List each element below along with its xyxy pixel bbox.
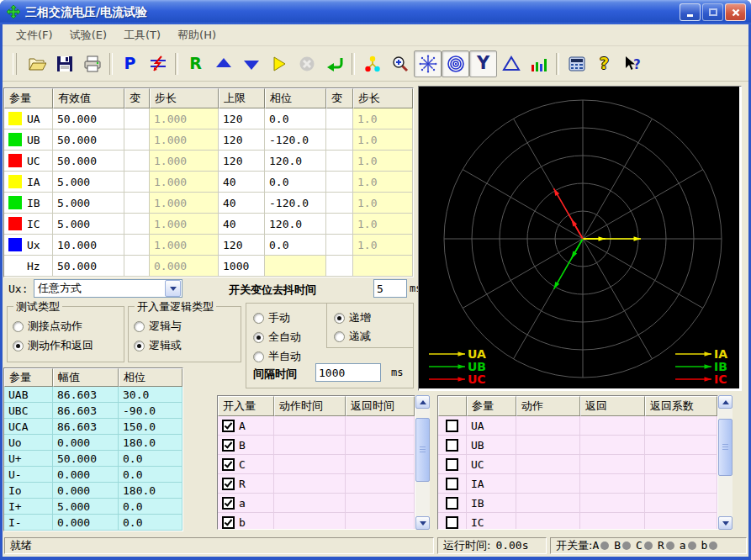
param-cell-rms[interactable]: 50.000 bbox=[53, 151, 124, 172]
param-cell-rms[interactable]: 5.000 bbox=[53, 172, 124, 193]
param-cell-step2[interactable]: 1.0 bbox=[353, 151, 413, 172]
direction-option[interactable]: 递减 bbox=[334, 329, 371, 344]
y-connect-button[interactable]: Y bbox=[469, 50, 497, 77]
param-cell-rms[interactable]: 10.000 bbox=[53, 235, 124, 256]
param-cell-step1[interactable]: 1.000 bbox=[150, 172, 219, 193]
param-cell-var2[interactable] bbox=[326, 108, 353, 129]
param-cell-step1[interactable]: 1.000 bbox=[150, 235, 219, 256]
vector-star-button[interactable] bbox=[414, 50, 442, 77]
short-circuit-button[interactable] bbox=[144, 50, 172, 77]
param-cell-phase[interactable]: 0.0 bbox=[265, 108, 326, 129]
checkbox-unchecked[interactable] bbox=[446, 516, 458, 529]
debounce-input[interactable] bbox=[373, 279, 407, 298]
save-button[interactable] bbox=[50, 50, 78, 77]
param-cell-rms[interactable]: 50.000 bbox=[53, 129, 124, 151]
menu-item[interactable]: 工具(T) bbox=[115, 25, 169, 45]
param-cell-rms[interactable]: 50.000 bbox=[53, 108, 124, 129]
input-table-scrollbar[interactable] bbox=[415, 395, 430, 530]
test-type-option[interactable]: 测动作和返回 bbox=[13, 338, 93, 353]
context-help-button[interactable]: ? bbox=[618, 50, 646, 77]
param-cell-limit[interactable]: 120 bbox=[219, 151, 265, 172]
checkbox-checked[interactable] bbox=[222, 516, 235, 529]
checkbox-unchecked[interactable] bbox=[446, 458, 458, 471]
concentric-button[interactable] bbox=[442, 50, 469, 77]
column-header[interactable] bbox=[438, 396, 467, 416]
column-header[interactable]: 参量 bbox=[4, 88, 53, 108]
param-cell-phase[interactable] bbox=[265, 256, 326, 277]
checkbox-unchecked[interactable] bbox=[446, 420, 458, 432]
column-header[interactable]: 参量 bbox=[467, 396, 516, 416]
column-header[interactable]: 参量 bbox=[4, 368, 53, 387]
checkbox-unchecked[interactable] bbox=[446, 497, 458, 510]
test-type-option[interactable]: 测接点动作 bbox=[13, 319, 82, 334]
stop-button[interactable] bbox=[293, 50, 320, 77]
column-header[interactable]: 相位 bbox=[119, 368, 182, 387]
checkbox-unchecked[interactable] bbox=[446, 478, 458, 490]
param-cell-step1[interactable]: 0.000 bbox=[150, 256, 219, 277]
param-cell-step2[interactable]: 1.0 bbox=[353, 108, 413, 129]
delta-button[interactable] bbox=[497, 50, 525, 77]
column-header[interactable]: 步长 bbox=[353, 88, 413, 108]
bar-chart-button[interactable] bbox=[525, 50, 553, 77]
param-cell-rms[interactable]: 5.000 bbox=[53, 193, 124, 214]
param-cell-limit[interactable]: 40 bbox=[219, 214, 265, 235]
radio-selected[interactable] bbox=[334, 313, 345, 324]
param-cell-var1[interactable] bbox=[124, 235, 150, 256]
param-cell-step2[interactable] bbox=[353, 256, 413, 277]
param-cell-var2[interactable] bbox=[326, 172, 353, 193]
param-cell-phase[interactable]: 120.0 bbox=[265, 151, 326, 172]
column-header[interactable]: 返回系数 bbox=[645, 396, 717, 416]
param-cell-var1[interactable] bbox=[124, 108, 150, 129]
checkbox-checked[interactable] bbox=[222, 458, 235, 471]
param-cell-var1[interactable] bbox=[124, 193, 150, 214]
param-cell-step1[interactable]: 1.000 bbox=[150, 193, 219, 214]
param-cell-step1[interactable]: 1.000 bbox=[150, 108, 219, 129]
param-cell-step2[interactable]: 1.0 bbox=[353, 129, 413, 151]
param-cell-var2[interactable] bbox=[326, 129, 353, 151]
checkbox-checked[interactable] bbox=[222, 497, 235, 510]
raise-button[interactable] bbox=[209, 50, 237, 77]
open-button[interactable] bbox=[23, 50, 50, 77]
ux-mode-select[interactable]: 任意方式 bbox=[34, 279, 182, 298]
radio-selected[interactable] bbox=[253, 332, 264, 343]
scroll-down-button[interactable] bbox=[415, 516, 430, 530]
input-logic-option[interactable]: 逻辑与 bbox=[134, 319, 182, 334]
param-cell-var1[interactable] bbox=[124, 172, 150, 193]
undo-button[interactable] bbox=[320, 50, 348, 77]
column-header[interactable]: 返回时间 bbox=[346, 396, 415, 416]
column-header[interactable]: 变 bbox=[326, 88, 353, 108]
start-button[interactable] bbox=[265, 50, 293, 77]
radio-unselected[interactable] bbox=[253, 313, 264, 324]
radio-selected[interactable] bbox=[134, 341, 145, 351]
param-cell-limit[interactable]: 1000 bbox=[219, 256, 265, 277]
param-cell-step2[interactable]: 1.0 bbox=[353, 193, 413, 214]
radio-unselected[interactable] bbox=[253, 351, 264, 362]
radio-unselected[interactable] bbox=[334, 331, 345, 342]
reset-button[interactable]: R bbox=[182, 50, 209, 77]
scroll-thumb[interactable] bbox=[415, 418, 430, 482]
run-mode-option[interactable]: 半自动 bbox=[253, 349, 301, 364]
radio-selected[interactable] bbox=[13, 341, 24, 351]
param-cell-var1[interactable] bbox=[124, 256, 150, 277]
close-button[interactable] bbox=[725, 3, 746, 21]
column-header[interactable]: 动作时间 bbox=[274, 396, 346, 416]
chevron-down-icon[interactable] bbox=[165, 280, 181, 297]
help-button[interactable]: ? bbox=[590, 50, 618, 77]
interval-input[interactable] bbox=[315, 363, 381, 382]
checkbox-checked[interactable] bbox=[222, 420, 235, 432]
scroll-up-button[interactable] bbox=[718, 395, 732, 409]
menu-item[interactable]: 帮助(H) bbox=[169, 25, 225, 45]
param-cell-var2[interactable] bbox=[326, 193, 353, 214]
param-cell-var1[interactable] bbox=[124, 129, 150, 151]
param-cell-var2[interactable] bbox=[326, 256, 353, 277]
column-header[interactable]: 上限 bbox=[219, 88, 265, 108]
column-header[interactable]: 相位 bbox=[265, 88, 326, 108]
param-cell-limit[interactable]: 40 bbox=[219, 172, 265, 193]
param-cell-var1[interactable] bbox=[124, 151, 150, 172]
param-cell-phase[interactable]: 120.0 bbox=[265, 214, 326, 235]
param-cell-phase[interactable]: -120.0 bbox=[265, 193, 326, 214]
print-button[interactable] bbox=[78, 50, 106, 77]
scroll-thumb[interactable] bbox=[718, 419, 732, 476]
run-mode-option[interactable]: 手动 bbox=[253, 310, 290, 325]
param-cell-limit[interactable]: 120 bbox=[219, 129, 265, 151]
